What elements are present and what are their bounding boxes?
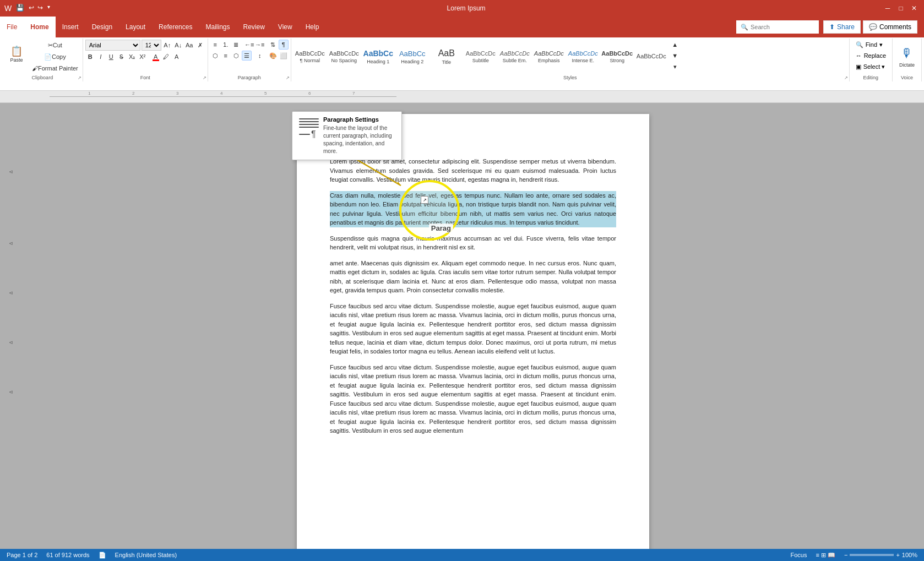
- copy-button[interactable]: 📄 Copy: [30, 51, 80, 62]
- close-button[interactable]: ✕: [909, 3, 920, 13]
- style-normal[interactable]: AaBbCcDc ¶ Normal: [293, 40, 327, 74]
- title-bar: W 💾 ↩ ↪ ▾ Lorem Ipsum ─ □ ✕: [0, 0, 924, 17]
- style-heading2[interactable]: AaBbCc Heading 2: [396, 40, 429, 74]
- sort-button[interactable]: ⇅: [268, 40, 278, 50]
- highlight-button[interactable]: 🖊: [161, 52, 171, 62]
- paragraph-1[interactable]: Lorem ipsum dolor sit amet, consectetur …: [330, 157, 616, 184]
- styles-scroll-up[interactable]: ▲: [670, 40, 680, 50]
- tooltip-title: Paragraph Settings: [323, 116, 395, 123]
- replace-button[interactable]: ↔ Replace: [852, 51, 890, 61]
- styles-more[interactable]: ▾: [670, 62, 680, 72]
- strikethrough-button[interactable]: S̶: [117, 52, 127, 62]
- show-marks-button[interactable]: ¶: [279, 40, 289, 50]
- menu-design[interactable]: Design: [85, 17, 119, 37]
- view-icons: ≡ ⊞ 📖: [816, 552, 835, 559]
- justify-button[interactable]: ☰: [242, 51, 252, 61]
- shading-para-button[interactable]: 🎨: [268, 51, 278, 61]
- menu-mailings[interactable]: Mailings: [199, 17, 236, 37]
- undo-icon[interactable]: ↩: [29, 4, 34, 13]
- ruler: 1 2 3 4 5 6 7: [0, 91, 924, 103]
- styles-expand[interactable]: ↗: [844, 75, 848, 80]
- style-subtle-em[interactable]: AaBbCcDc Subtle Em.: [498, 40, 531, 74]
- menu-insert[interactable]: Insert: [56, 17, 85, 37]
- menu-layout[interactable]: Layout: [119, 17, 152, 37]
- align-center-button[interactable]: ≡: [221, 51, 231, 61]
- bold-button[interactable]: B: [85, 52, 95, 62]
- style-subtitle[interactable]: AaBbCcDc Subtitle: [464, 40, 497, 74]
- style-more[interactable]: AaBbCcDc: [635, 40, 668, 74]
- language: English (United States): [115, 552, 177, 558]
- style-emphasis[interactable]: AaBbCcDc Emphasis: [532, 40, 566, 74]
- search-box[interactable]: 🔍: [736, 20, 819, 34]
- menu-review[interactable]: Review: [236, 17, 271, 37]
- increase-font-button[interactable]: A↑: [162, 40, 172, 50]
- save-icon[interactable]: 💾: [16, 4, 24, 13]
- font-size-select[interactable]: 12: [142, 40, 161, 51]
- decrease-indent-button[interactable]: ←≡: [244, 40, 254, 50]
- paragraph-label: Paragraph: [208, 75, 291, 80]
- zoom-slider[interactable]: [850, 554, 894, 556]
- align-right-button[interactable]: ⬡: [231, 51, 241, 61]
- paragraph-5[interactable]: Fusce faucibus sed arcu vitae dictum. Su…: [330, 302, 616, 356]
- style-heading1[interactable]: AaBbCc Heading 1: [362, 40, 395, 74]
- menu-references[interactable]: References: [152, 17, 199, 37]
- borders-button[interactable]: ⬜: [279, 51, 289, 61]
- font-expand[interactable]: ↗: [203, 75, 206, 80]
- font-color-button[interactable]: A: [151, 52, 161, 62]
- numbering-button[interactable]: 1.: [221, 40, 231, 50]
- superscript-button[interactable]: X²: [138, 52, 148, 62]
- style-title[interactable]: AaB Title: [430, 40, 463, 74]
- select-button[interactable]: ▣ Select ▾: [852, 62, 890, 72]
- paragraph-4[interactable]: amet ante. Maecenas quis dignissim ex. A…: [330, 259, 616, 295]
- ruler-mark-7: 7: [352, 91, 355, 96]
- styles-group: AaBbCcDc ¶ Normal AaBbCcDc No Spacing Aa…: [291, 39, 850, 81]
- styles-scroll-down[interactable]: ▼: [670, 51, 680, 61]
- tooltip-description: Fine-tune the layout of the current para…: [323, 124, 395, 155]
- ruler-mark-1: 1: [88, 91, 90, 96]
- comments-button[interactable]: 💬 Comments: [863, 20, 917, 34]
- share-button[interactable]: ⬆ Share: [823, 20, 861, 34]
- cut-button[interactable]: ✂ Cut: [30, 40, 80, 51]
- paragraph-expand[interactable]: ↗: [286, 75, 290, 80]
- tooltip-icon-area: ¶: [299, 116, 319, 141]
- increase-indent-button[interactable]: →≡: [255, 40, 265, 50]
- style-no-spacing[interactable]: AaBbCcDc No Spacing: [328, 40, 361, 74]
- maximize-button[interactable]: □: [895, 3, 906, 13]
- find-button[interactable]: 🔍 Find ▾: [852, 40, 890, 50]
- menu-home[interactable]: Home: [24, 17, 55, 37]
- document-title: Lorem Ipsum: [50, 4, 882, 12]
- redo-icon[interactable]: ↪: [37, 4, 43, 13]
- zoom-in-icon[interactable]: +: [896, 552, 899, 558]
- decrease-font-button[interactable]: A↓: [173, 40, 183, 50]
- align-left-button[interactable]: ⬡: [210, 51, 220, 61]
- style-intense-e[interactable]: AaBbCcDc Intense E.: [567, 40, 600, 74]
- paste-button[interactable]: 📋 Paste: [4, 40, 29, 69]
- zoom-level: 100%: [902, 552, 917, 558]
- dictate-button[interactable]: 🎙 Dictate: [895, 40, 919, 74]
- search-input[interactable]: [751, 24, 814, 30]
- shading-button[interactable]: A: [172, 52, 182, 62]
- menu-view[interactable]: View: [271, 17, 299, 37]
- clipboard-expand[interactable]: ↗: [78, 75, 81, 80]
- focus-button[interactable]: Focus: [790, 552, 807, 558]
- menu-file[interactable]: File: [0, 17, 24, 37]
- multilevel-button[interactable]: ≣: [231, 40, 241, 50]
- italic-button[interactable]: I: [96, 52, 106, 62]
- styles-label: Styles: [291, 75, 849, 80]
- paragraph-3[interactable]: Suspendisse quis magna quis mauris maxim…: [330, 234, 616, 252]
- zoom-out-icon[interactable]: −: [844, 552, 847, 558]
- bullets-button[interactable]: ≡: [210, 40, 220, 50]
- clear-format-button[interactable]: ✗: [195, 40, 205, 50]
- font-name-select[interactable]: Arial: [85, 40, 140, 51]
- style-strong[interactable]: AaBbCcDc Strong: [601, 40, 634, 74]
- paragraph-6[interactable]: Fusce faucibus sed arcu vitae dictum. Su…: [330, 363, 616, 435]
- menu-help[interactable]: Help: [299, 17, 326, 37]
- line-spacing-button[interactable]: ↕: [255, 51, 265, 61]
- paragraph-2[interactable]: Cras diam nulla, molestie sed felis vel,…: [330, 191, 616, 227]
- font-case-button[interactable]: Aa: [184, 40, 194, 50]
- subscript-button[interactable]: X₂: [127, 52, 137, 62]
- voice-group: 🎙 Dictate Voice: [893, 39, 922, 81]
- format-painter-button[interactable]: 🖌 Format Painter: [30, 63, 80, 74]
- underline-button[interactable]: U: [106, 52, 116, 62]
- minimize-button[interactable]: ─: [882, 3, 893, 13]
